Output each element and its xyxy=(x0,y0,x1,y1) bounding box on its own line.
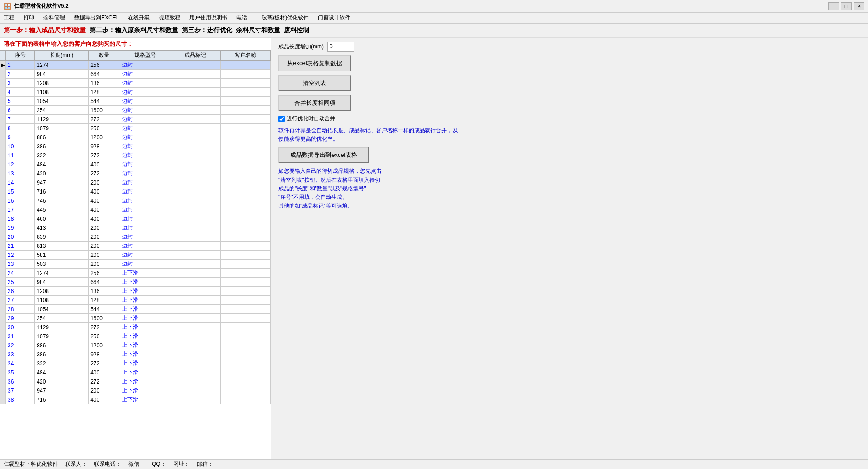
cell-customer[interactable] xyxy=(220,260,270,269)
menu-print[interactable]: 打印 xyxy=(22,13,36,23)
cell-model[interactable]: 上下滑 xyxy=(120,350,170,359)
table-row[interactable]: 21813200边封 xyxy=(0,242,271,251)
cell-mark[interactable] xyxy=(170,395,220,404)
cell-mark[interactable] xyxy=(170,386,220,395)
cell-qty[interactable]: 256 xyxy=(89,332,120,341)
cell-model[interactable]: 边封 xyxy=(120,151,170,160)
cell-length[interactable]: 813 xyxy=(35,242,89,251)
cell-seq[interactable]: 1 xyxy=(6,61,35,70)
auto-merge-checkbox[interactable] xyxy=(278,116,285,122)
cell-qty[interactable]: 200 xyxy=(89,232,120,242)
cell-customer[interactable] xyxy=(220,115,270,124)
table-row[interactable]: 10386928边封 xyxy=(0,142,271,151)
table-row[interactable]: 36420272上下滑 xyxy=(0,377,271,386)
cell-mark[interactable] xyxy=(170,124,220,133)
table-row[interactable]: 301129272上下滑 xyxy=(0,323,271,332)
table-row[interactable]: 51054544边封 xyxy=(0,97,271,106)
cell-qty[interactable]: 256 xyxy=(89,61,120,70)
cell-seq[interactable]: 16 xyxy=(6,196,35,205)
cell-length[interactable]: 1079 xyxy=(35,332,89,341)
cell-seq[interactable]: 2 xyxy=(6,70,35,79)
table-row[interactable]: 25984664上下滑 xyxy=(0,278,271,287)
cell-customer[interactable] xyxy=(220,296,270,305)
cell-seq[interactable]: 18 xyxy=(6,214,35,223)
cell-mark[interactable] xyxy=(170,214,220,223)
cell-qty[interactable]: 928 xyxy=(89,350,120,359)
cell-qty[interactable]: 136 xyxy=(89,79,120,88)
cell-length[interactable]: 1129 xyxy=(35,115,89,124)
cell-seq[interactable]: 12 xyxy=(6,160,35,169)
table-row[interactable]: 31208136边封 xyxy=(0,79,271,88)
cell-model[interactable]: 上下滑 xyxy=(120,269,170,278)
cell-mark[interactable] xyxy=(170,205,220,214)
cell-mark[interactable] xyxy=(170,79,220,88)
cell-length[interactable]: 420 xyxy=(35,377,89,386)
cell-qty[interactable]: 400 xyxy=(89,187,120,196)
table-row[interactable]: 14947200边封 xyxy=(0,178,271,187)
cell-customer[interactable] xyxy=(220,106,270,115)
menu-glass[interactable]: 玻璃(板材)优化软件 xyxy=(260,13,311,23)
cell-mark[interactable] xyxy=(170,323,220,332)
cell-mark[interactable] xyxy=(170,115,220,124)
cell-qty[interactable]: 128 xyxy=(89,296,120,305)
cell-seq[interactable]: 20 xyxy=(6,232,35,242)
cell-seq[interactable]: 37 xyxy=(6,386,35,395)
cell-seq[interactable]: 17 xyxy=(6,205,35,214)
cell-qty[interactable]: 272 xyxy=(89,169,120,178)
table-row[interactable]: 18460400边封 xyxy=(0,214,271,223)
cell-qty[interactable]: 1600 xyxy=(89,106,120,115)
cell-qty[interactable]: 544 xyxy=(89,97,120,106)
export-button[interactable]: 成品数据导出到excel表格 xyxy=(278,147,369,163)
table-row[interactable]: 19413200边封 xyxy=(0,223,271,232)
cell-customer[interactable] xyxy=(220,377,270,386)
clear-list-button[interactable]: 清空列表 xyxy=(278,75,351,91)
cell-seq[interactable]: 6 xyxy=(6,106,35,115)
cell-mark[interactable] xyxy=(170,368,220,377)
cell-seq[interactable]: 23 xyxy=(6,260,35,269)
cell-customer[interactable] xyxy=(220,214,270,223)
cell-model[interactable]: 边封 xyxy=(120,115,170,124)
cell-seq[interactable]: 19 xyxy=(6,223,35,232)
cell-mark[interactable] xyxy=(170,350,220,359)
cell-qty[interactable]: 664 xyxy=(89,70,120,79)
cell-model[interactable]: 边封 xyxy=(120,178,170,187)
table-row[interactable]: 13420272边封 xyxy=(0,169,271,178)
cell-customer[interactable] xyxy=(220,368,270,377)
cell-seq[interactable]: 13 xyxy=(6,169,35,178)
cell-seq[interactable]: 10 xyxy=(6,142,35,151)
cell-seq[interactable]: 22 xyxy=(6,251,35,260)
cell-model[interactable]: 上下滑 xyxy=(120,368,170,377)
cell-seq[interactable]: 34 xyxy=(6,359,35,368)
table-row[interactable]: 62541600边封 xyxy=(0,106,271,115)
menu-project[interactable]: 工程 xyxy=(2,13,16,23)
cell-qty[interactable]: 256 xyxy=(89,124,120,133)
cell-customer[interactable] xyxy=(220,314,270,323)
cell-customer[interactable] xyxy=(220,323,270,332)
cell-seq[interactable]: 32 xyxy=(6,341,35,350)
cell-customer[interactable] xyxy=(220,160,270,169)
cell-customer[interactable] xyxy=(220,269,270,278)
menu-upgrade[interactable]: 在线升级 xyxy=(126,13,151,23)
table-row[interactable]: 20839200边封 xyxy=(0,232,271,242)
cell-model[interactable]: 边封 xyxy=(120,187,170,196)
cell-seq[interactable]: 11 xyxy=(6,151,35,160)
menu-scrap[interactable]: 余料管理 xyxy=(42,13,67,23)
cell-model[interactable]: 边封 xyxy=(120,70,170,79)
cell-qty[interactable]: 272 xyxy=(89,359,120,368)
step2-label[interactable]: 第二步：输入原条料尺寸和数量 xyxy=(90,26,178,34)
cell-model[interactable]: 边封 xyxy=(120,106,170,115)
cell-model[interactable]: 边封 xyxy=(120,214,170,223)
cell-customer[interactable] xyxy=(220,205,270,214)
cell-mark[interactable] xyxy=(170,88,220,97)
cell-model[interactable]: 边封 xyxy=(120,160,170,169)
cell-mark[interactable] xyxy=(170,160,220,169)
minimize-button[interactable]: — xyxy=(828,2,839,10)
cell-qty[interactable]: 400 xyxy=(89,196,120,205)
merge-button[interactable]: 合并长度相同项 xyxy=(278,95,351,111)
cell-length[interactable]: 413 xyxy=(35,223,89,232)
step3-label[interactable]: 第三步：进行优化 xyxy=(182,26,232,34)
cell-model[interactable]: 边封 xyxy=(120,251,170,260)
cell-length[interactable]: 947 xyxy=(35,386,89,395)
cell-length[interactable]: 716 xyxy=(35,395,89,404)
cell-mark[interactable] xyxy=(170,133,220,142)
